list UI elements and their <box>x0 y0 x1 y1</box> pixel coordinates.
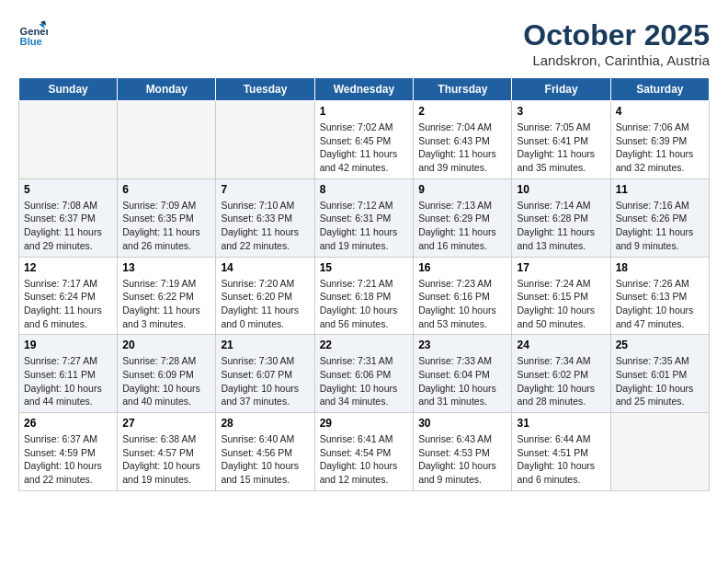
calendar-cell: 16Sunrise: 7:23 AM Sunset: 6:16 PM Dayli… <box>414 257 512 335</box>
calendar-cell: 8Sunrise: 7:12 AM Sunset: 6:31 PM Daylig… <box>314 178 414 257</box>
day-number: 31 <box>517 417 605 430</box>
calendar-cell <box>19 101 118 179</box>
day-info: Sunrise: 7:06 AM Sunset: 6:39 PM Dayligh… <box>616 121 704 175</box>
calendar-week-row: 19Sunrise: 7:27 AM Sunset: 6:11 PM Dayli… <box>19 335 710 413</box>
day-info: Sunrise: 6:37 AM Sunset: 4:59 PM Dayligh… <box>24 432 112 487</box>
day-info: Sunrise: 7:16 AM Sunset: 6:26 PM Dayligh… <box>616 199 704 253</box>
day-number: 19 <box>24 339 112 351</box>
calendar-week-row: 1Sunrise: 7:02 AM Sunset: 6:45 PM Daylig… <box>19 101 710 179</box>
calendar-cell: 25Sunrise: 7:35 AM Sunset: 6:01 PM Dayli… <box>610 335 709 413</box>
day-number: 9 <box>418 183 506 196</box>
calendar-table: SundayMondayTuesdayWednesdayThursdayFrid… <box>18 77 710 491</box>
day-info: Sunrise: 7:23 AM Sunset: 6:16 PM Dayligh… <box>418 277 506 331</box>
day-info: Sunrise: 6:44 AM Sunset: 4:51 PM Dayligh… <box>517 432 605 487</box>
day-info: Sunrise: 7:21 AM Sunset: 6:18 PM Dayligh… <box>320 277 409 331</box>
day-number: 11 <box>616 183 704 196</box>
day-info: Sunrise: 7:08 AM Sunset: 6:37 PM Dayligh… <box>24 199 112 253</box>
day-number: 16 <box>418 261 506 274</box>
weekday-header-monday: Monday <box>118 78 216 101</box>
day-info: Sunrise: 7:20 AM Sunset: 6:20 PM Dayligh… <box>221 277 309 331</box>
title-block: October 2025 Landskron, Carinthia, Austr… <box>523 18 710 68</box>
day-number: 8 <box>320 183 409 196</box>
day-info: Sunrise: 6:43 AM Sunset: 4:53 PM Dayligh… <box>418 432 506 487</box>
day-number: 26 <box>24 417 112 430</box>
calendar-cell: 10Sunrise: 7:14 AM Sunset: 6:28 PM Dayli… <box>512 178 610 257</box>
calendar-cell: 1Sunrise: 7:02 AM Sunset: 6:45 PM Daylig… <box>314 101 414 179</box>
day-number: 13 <box>122 261 210 274</box>
day-number: 20 <box>122 339 210 351</box>
calendar-cell: 12Sunrise: 7:17 AM Sunset: 6:24 PM Dayli… <box>19 257 118 335</box>
day-info: Sunrise: 7:24 AM Sunset: 6:15 PM Dayligh… <box>517 277 605 331</box>
weekday-header-friday: Friday <box>512 78 610 101</box>
calendar-cell: 24Sunrise: 7:34 AM Sunset: 6:02 PM Dayli… <box>512 335 610 413</box>
weekday-header-tuesday: Tuesday <box>216 78 314 101</box>
day-info: Sunrise: 7:31 AM Sunset: 6:06 PM Dayligh… <box>320 354 409 408</box>
calendar-cell: 6Sunrise: 7:09 AM Sunset: 6:35 PM Daylig… <box>118 178 216 257</box>
day-number: 17 <box>517 261 605 274</box>
day-number: 5 <box>24 183 112 196</box>
calendar-cell: 22Sunrise: 7:31 AM Sunset: 6:06 PM Dayli… <box>314 335 414 413</box>
month-title: October 2025 <box>523 18 710 52</box>
day-number: 18 <box>616 261 704 274</box>
day-number: 24 <box>517 339 605 351</box>
calendar-cell: 9Sunrise: 7:13 AM Sunset: 6:29 PM Daylig… <box>414 178 512 257</box>
day-info: Sunrise: 7:13 AM Sunset: 6:29 PM Dayligh… <box>418 199 506 253</box>
day-info: Sunrise: 7:12 AM Sunset: 6:31 PM Dayligh… <box>320 199 409 253</box>
day-info: Sunrise: 7:28 AM Sunset: 6:09 PM Dayligh… <box>122 354 210 408</box>
day-number: 10 <box>517 183 605 196</box>
calendar-cell <box>216 101 314 179</box>
weekday-header-thursday: Thursday <box>414 78 512 101</box>
calendar-week-row: 12Sunrise: 7:17 AM Sunset: 6:24 PM Dayli… <box>19 257 710 335</box>
calendar-cell: 15Sunrise: 7:21 AM Sunset: 6:18 PM Dayli… <box>314 257 414 335</box>
calendar-week-row: 5Sunrise: 7:08 AM Sunset: 6:37 PM Daylig… <box>19 178 710 257</box>
location: Landskron, Carinthia, Austria <box>523 52 710 68</box>
svg-text:Blue: Blue <box>20 36 42 47</box>
day-number: 14 <box>221 261 309 274</box>
calendar-cell: 7Sunrise: 7:10 AM Sunset: 6:33 PM Daylig… <box>216 178 314 257</box>
calendar-cell: 14Sunrise: 7:20 AM Sunset: 6:20 PM Dayli… <box>216 257 314 335</box>
day-info: Sunrise: 7:19 AM Sunset: 6:22 PM Dayligh… <box>122 277 210 331</box>
day-number: 15 <box>320 261 409 274</box>
day-info: Sunrise: 7:10 AM Sunset: 6:33 PM Dayligh… <box>221 199 309 253</box>
day-info: Sunrise: 7:34 AM Sunset: 6:02 PM Dayligh… <box>517 354 605 408</box>
calendar-cell: 17Sunrise: 7:24 AM Sunset: 6:15 PM Dayli… <box>512 257 610 335</box>
day-info: Sunrise: 7:05 AM Sunset: 6:41 PM Dayligh… <box>517 121 605 175</box>
calendar-cell: 2Sunrise: 7:04 AM Sunset: 6:43 PM Daylig… <box>414 101 512 179</box>
day-number: 21 <box>221 339 309 351</box>
calendar-cell: 3Sunrise: 7:05 AM Sunset: 6:41 PM Daylig… <box>512 101 610 179</box>
calendar-cell: 29Sunrise: 6:41 AM Sunset: 4:54 PM Dayli… <box>314 413 414 491</box>
calendar-week-row: 26Sunrise: 6:37 AM Sunset: 4:59 PM Dayli… <box>19 413 710 491</box>
day-info: Sunrise: 7:35 AM Sunset: 6:01 PM Dayligh… <box>616 354 704 408</box>
day-number: 3 <box>517 105 605 118</box>
day-number: 22 <box>320 339 409 351</box>
calendar-cell: 19Sunrise: 7:27 AM Sunset: 6:11 PM Dayli… <box>19 335 118 413</box>
day-number: 4 <box>616 105 704 118</box>
weekday-header-sunday: Sunday <box>19 78 118 101</box>
day-info: Sunrise: 7:04 AM Sunset: 6:43 PM Dayligh… <box>418 121 506 175</box>
day-info: Sunrise: 6:41 AM Sunset: 4:54 PM Dayligh… <box>320 432 409 487</box>
weekday-header-row: SundayMondayTuesdayWednesdayThursdayFrid… <box>19 78 710 101</box>
day-number: 27 <box>122 417 210 430</box>
calendar-cell <box>118 101 216 179</box>
day-info: Sunrise: 7:09 AM Sunset: 6:35 PM Dayligh… <box>122 199 210 253</box>
calendar-cell: 4Sunrise: 7:06 AM Sunset: 6:39 PM Daylig… <box>610 101 709 179</box>
calendar-cell: 28Sunrise: 6:40 AM Sunset: 4:56 PM Dayli… <box>216 413 314 491</box>
day-info: Sunrise: 7:30 AM Sunset: 6:07 PM Dayligh… <box>221 354 309 408</box>
page-header: General Blue October 2025 Landskron, Car… <box>18 18 710 68</box>
day-info: Sunrise: 6:38 AM Sunset: 4:57 PM Dayligh… <box>122 432 210 487</box>
day-number: 25 <box>616 339 704 351</box>
calendar-cell: 11Sunrise: 7:16 AM Sunset: 6:26 PM Dayli… <box>610 178 709 257</box>
day-number: 23 <box>418 339 506 351</box>
day-number: 29 <box>320 417 409 430</box>
calendar-cell: 5Sunrise: 7:08 AM Sunset: 6:37 PM Daylig… <box>19 178 118 257</box>
calendar-cell: 26Sunrise: 6:37 AM Sunset: 4:59 PM Dayli… <box>19 413 118 491</box>
calendar-cell: 30Sunrise: 6:43 AM Sunset: 4:53 PM Dayli… <box>414 413 512 491</box>
calendar-cell: 21Sunrise: 7:30 AM Sunset: 6:07 PM Dayli… <box>216 335 314 413</box>
day-number: 2 <box>418 105 506 118</box>
day-info: Sunrise: 7:14 AM Sunset: 6:28 PM Dayligh… <box>517 199 605 253</box>
calendar-cell: 31Sunrise: 6:44 AM Sunset: 4:51 PM Dayli… <box>512 413 610 491</box>
calendar-cell: 27Sunrise: 6:38 AM Sunset: 4:57 PM Dayli… <box>118 413 216 491</box>
day-info: Sunrise: 7:17 AM Sunset: 6:24 PM Dayligh… <box>24 277 112 331</box>
day-info: Sunrise: 6:40 AM Sunset: 4:56 PM Dayligh… <box>221 432 309 487</box>
day-number: 30 <box>418 417 506 430</box>
